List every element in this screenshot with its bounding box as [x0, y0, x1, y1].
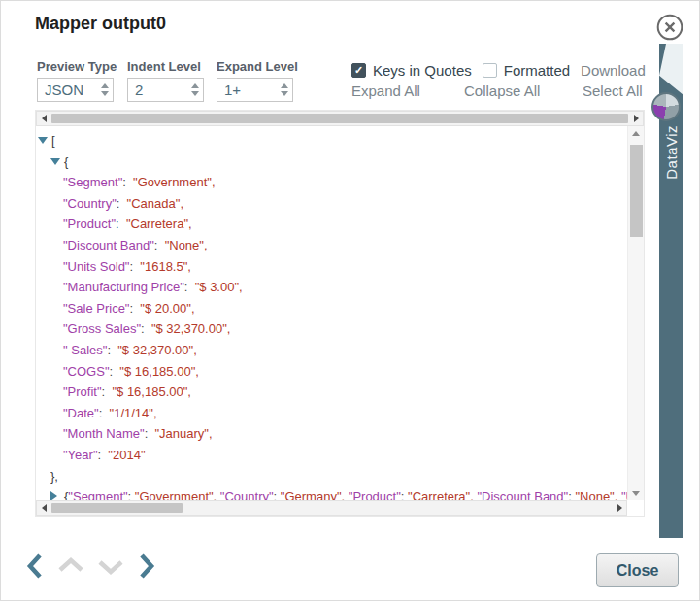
close-button[interactable]: Close [596, 553, 679, 587]
bottom-horizontal-scrollbar[interactable] [36, 500, 627, 516]
json-token-colon: : [102, 384, 113, 399]
preview-type-control: Preview Type JSON [37, 59, 117, 102]
close-icon[interactable] [656, 14, 683, 41]
json-token-key: "Discount Band" [63, 238, 154, 252]
scroll-left-icon[interactable] [37, 501, 50, 515]
indent-level-label: Indent Level [127, 59, 204, 74]
collapse-all-link[interactable]: Collapse All [464, 83, 540, 99]
json-token-value: "$ 16,185.00" [112, 384, 187, 399]
json-token-comma: , [188, 217, 192, 231]
json-token-comma: , [187, 259, 191, 274]
collapse-node-icon[interactable] [38, 130, 51, 151]
last-record-icon[interactable] [96, 551, 125, 581]
keys-in-quotes-checkbox[interactable]: ✓ [351, 63, 366, 78]
preview-type-spinner[interactable]: JSON [37, 78, 114, 102]
formatted-checkbox[interactable]: ✓ [483, 63, 497, 78]
json-line: "Country": "Canada", [36, 193, 627, 215]
tab-fold-decoration [659, 44, 683, 95]
json-token-value: "$ 20.00" [140, 301, 191, 316]
json-token-value: "1618.5" [140, 259, 187, 274]
options-row: ✓ Keys in Quotes ✓ Formatted Download [351, 60, 657, 80]
json-token-colon: : [116, 217, 126, 231]
dataviz-tab[interactable]: DataViz [659, 44, 683, 538]
json-token-colon: : [129, 259, 140, 274]
json-line: "Product": "Carretera", [36, 214, 627, 235]
scrollbar-track[interactable] [50, 501, 613, 515]
expand-level-control: Expand Level 1+ [217, 59, 298, 102]
json-token-value: "Government" [135, 489, 214, 500]
scroll-left-icon[interactable] [37, 112, 50, 125]
json-token-comma: , [195, 364, 199, 379]
indent-level-value: 2 [128, 82, 187, 98]
scrollbar-thumb[interactable] [51, 503, 183, 513]
spinner-arrows-icon[interactable] [97, 83, 113, 96]
json-token-comma: , [153, 406, 157, 420]
json-token-key: "Product" [63, 217, 116, 231]
json-token-colon: : [98, 448, 109, 462]
json-token-colon: : [122, 175, 133, 189]
json-token-colon: : [274, 489, 281, 500]
json-token-colon: : [107, 343, 117, 357]
scrollbar-thumb[interactable] [630, 145, 643, 237]
json-token-key: "Segment" [63, 175, 122, 189]
download-link[interactable]: Download [581, 62, 646, 79]
json-token-value: "None" [165, 238, 204, 252]
json-token-key: "Sale Price" [63, 301, 129, 316]
first-record-icon[interactable] [56, 551, 85, 581]
json-token-bracket: { [64, 154, 68, 169]
json-line: " Sales": "$ 32,370.00", [36, 340, 627, 361]
select-all-link[interactable]: Select All [583, 83, 643, 99]
json-token-comma: , [212, 175, 216, 189]
collapse-node-icon[interactable] [50, 151, 64, 173]
json-token-value: "$ 16,185.00" [119, 364, 195, 379]
expand-node-icon[interactable] [50, 486, 64, 500]
spinner-arrows-icon[interactable] [277, 83, 292, 96]
dataviz-tab-label: DataViz [663, 125, 680, 180]
scroll-down-icon[interactable] [629, 486, 644, 500]
expand-level-label: Expand Level [217, 59, 298, 74]
vertical-scrollbar[interactable] [627, 126, 644, 500]
json-token-value: "$ 3.00" [195, 280, 239, 294]
json-token-value: "Carretera" [408, 489, 470, 500]
json-token-value: "1/1/14" [110, 406, 153, 420]
json-token-key: "Discount Band" [477, 489, 568, 500]
expand-level-spinner[interactable]: 1+ [217, 78, 293, 102]
json-token-key: "COGS" [63, 364, 110, 379]
pie-chart-icon [651, 92, 681, 121]
json-token-key: "Profit" [63, 384, 102, 399]
json-token-key: "Country" [220, 489, 274, 500]
next-record-icon[interactable] [136, 551, 157, 581]
scrollbar-track[interactable] [50, 112, 629, 125]
json-token-colon: : [128, 489, 135, 500]
indent-level-control: Indent Level 2 [127, 59, 204, 102]
scrollbar-track[interactable] [629, 140, 644, 486]
json-token-key: "Segment" [68, 489, 127, 500]
json-token-key: " Sales" [63, 343, 107, 357]
scrollbar-thumb[interactable] [51, 114, 628, 123]
scroll-right-icon[interactable] [613, 501, 626, 515]
previous-record-icon[interactable] [24, 551, 46, 581]
json-token-colon: : [117, 196, 127, 211]
json-token-comma: , [204, 238, 208, 252]
json-token-key: "Units Sold" [63, 259, 129, 274]
json-token-comma: , [187, 384, 191, 399]
spinner-arrows-icon[interactable] [187, 83, 203, 96]
scroll-right-icon[interactable] [629, 112, 643, 125]
json-token-comma: , [239, 280, 243, 294]
indent-level-spinner[interactable]: 2 [127, 78, 204, 102]
expand-all-link[interactable]: Expand All [351, 83, 420, 99]
json-line: "Discount Band": "None", [36, 235, 627, 256]
json-line: [ [36, 130, 627, 151]
dialog-title: Mapper output0 [35, 14, 166, 34]
json-line: "Sale Price": "$ 20.00", [36, 298, 627, 319]
json-token-value: "$ 32,370.00" [151, 321, 227, 336]
expand-level-value: 1+ [217, 82, 277, 98]
json-token-key: "Year" [63, 448, 98, 462]
top-horizontal-scrollbar[interactable] [36, 111, 644, 126]
json-line: { [36, 151, 627, 173]
json-token-key: "Date" [63, 406, 99, 420]
json-tree: [{"Segment": "Government","Country": "Ca… [36, 126, 627, 500]
json-token-comma: , [615, 489, 621, 500]
scroll-up-icon[interactable] [629, 126, 644, 140]
json-token-colon: : [184, 280, 195, 294]
